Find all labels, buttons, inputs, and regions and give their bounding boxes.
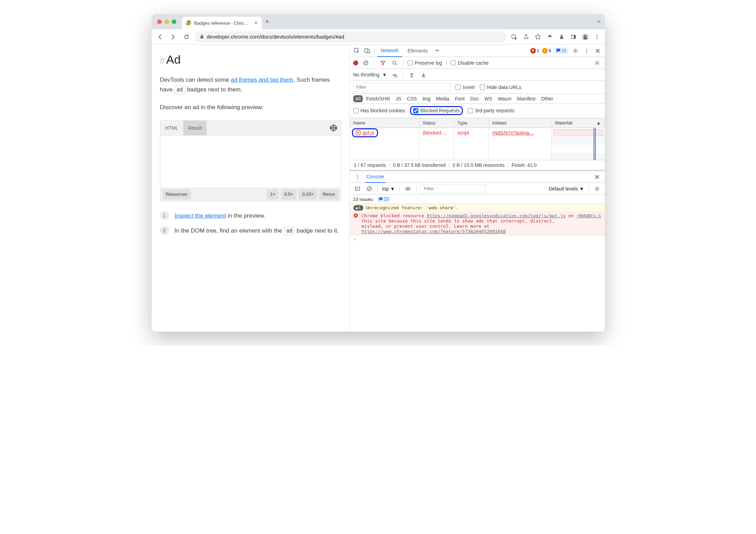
network-conditions-icon[interactable]	[391, 71, 399, 79]
codepen-05x[interactable]: 0.5×	[281, 189, 297, 200]
network-settings-icon[interactable]	[593, 59, 601, 67]
address-bar[interactable]: developer.chrome.com/docs/devtools/eleme…	[195, 31, 507, 42]
blocked-url-link[interactable]: https://pagead2.googlesyndication.com/ta…	[427, 213, 565, 218]
codepen-025x[interactable]: 0.25×	[299, 189, 317, 200]
type-doc[interactable]: Doc	[468, 95, 481, 102]
network-filter-input[interactable]	[353, 83, 451, 91]
request-row[interactable]: gpt.js	[350, 128, 419, 138]
window-close[interactable]	[157, 19, 162, 24]
invert-checkbox[interactable]: Invert	[456, 84, 475, 90]
kebab-icon[interactable]	[582, 47, 591, 55]
back-button[interactable]	[155, 32, 165, 42]
type-wasm[interactable]: Wasm	[496, 95, 514, 102]
type-media[interactable]: Media	[434, 95, 451, 102]
share-icon[interactable]	[522, 33, 530, 41]
inspect-icon[interactable]	[353, 47, 361, 55]
svg-point-22	[396, 76, 397, 77]
codepen-rerun[interactable]: Rerun	[319, 189, 338, 200]
disable-cache-checkbox[interactable]: Disable cache	[451, 60, 489, 66]
col-status[interactable]: Status	[419, 118, 454, 128]
context-selector[interactable]: top ▼	[382, 186, 395, 192]
browser-tab[interactable]: Badges reference - Chrome De ×	[182, 17, 262, 29]
download-har-icon[interactable]	[419, 71, 428, 79]
type-font[interactable]: Font	[453, 95, 467, 102]
close-icon[interactable]: ×	[254, 20, 257, 26]
tabs-chevron-icon[interactable]	[596, 19, 601, 24]
window-zoom[interactable]	[172, 19, 176, 24]
col-initiator[interactable]: Initiator	[489, 118, 552, 128]
svg-point-15	[574, 50, 576, 51]
messages-badge[interactable]: 23	[554, 48, 568, 54]
tab-network[interactable]: Network	[377, 44, 402, 57]
errors-badge[interactable]: ✕1	[530, 48, 539, 54]
menu-icon[interactable]	[593, 33, 601, 41]
request-status: (blocked…	[419, 128, 454, 138]
live-expression-icon[interactable]	[404, 185, 412, 193]
third-party-checkbox[interactable]: 3rd-party requests	[468, 108, 515, 113]
col-type[interactable]: Type	[454, 118, 489, 128]
type-css[interactable]: CSS	[405, 95, 419, 102]
console-error[interactable]: Chrome blocked resource https://pagead2.…	[350, 212, 605, 235]
console-filter-input[interactable]	[421, 185, 485, 193]
window-minimize[interactable]	[164, 19, 169, 24]
type-img[interactable]: Img	[420, 95, 433, 102]
type-other[interactable]: Other	[539, 95, 555, 102]
close-drawer-icon[interactable]	[593, 173, 601, 181]
type-ws[interactable]: WS	[482, 95, 494, 102]
learn-more-link[interactable]: https://www.chromestatus.com/feature/573…	[362, 229, 506, 234]
console-warning[interactable]: ▶ 5 Unrecognized feature: 'web-share'.	[350, 204, 605, 212]
console-clear-icon[interactable]	[365, 185, 373, 193]
clear-icon[interactable]	[362, 59, 370, 67]
record-button[interactable]	[353, 60, 358, 65]
search-icon[interactable]	[391, 59, 399, 67]
request-initiator[interactable]: rNdGNYx?anima…	[489, 128, 551, 138]
device-icon[interactable]	[363, 47, 371, 55]
sidepanel-icon[interactable]	[569, 33, 578, 41]
console-sidebar-icon[interactable]	[353, 185, 362, 193]
codepen-1x[interactable]: 1×	[267, 189, 279, 200]
labs-icon[interactable]	[557, 33, 566, 41]
console-prompt[interactable]: ›	[350, 235, 605, 243]
col-waterfall[interactable]: Waterfall▲	[552, 118, 605, 128]
filter-icon[interactable]	[379, 59, 387, 67]
profile-icon[interactable]	[581, 33, 589, 41]
inspect-element-link[interactable]: Inspect the element	[175, 212, 226, 219]
console-settings-icon[interactable]	[593, 185, 601, 193]
ad-frames-link[interactable]: ad frames and tag them	[231, 76, 293, 83]
forward-button[interactable]	[168, 32, 178, 42]
hide-data-urls-checkbox[interactable]: Hide data URLs	[480, 84, 522, 90]
type-all[interactable]: All	[353, 95, 363, 102]
type-fetchxhr[interactable]: Fetch/XHR	[364, 95, 392, 102]
codepen-tab-html[interactable]: HTML	[160, 121, 183, 135]
reload-button[interactable]	[182, 32, 191, 42]
col-name[interactable]: Name	[350, 118, 419, 128]
type-manifest[interactable]: Manifest	[515, 95, 538, 102]
new-tab-button[interactable]: +	[265, 18, 270, 26]
console-kebab-icon[interactable]	[353, 173, 362, 181]
preserve-log-checkbox[interactable]: Preserve log	[408, 60, 442, 66]
blocked-cookies-checkbox[interactable]: Has blocked cookies	[353, 108, 405, 113]
error-source-link[interactable]: rNdGNYx:1	[577, 213, 601, 234]
blocked-requests-checkbox[interactable]: Blocked Requests	[413, 108, 460, 113]
settings-icon[interactable]	[571, 47, 580, 55]
tab-console[interactable]: Console	[365, 171, 386, 183]
issues-count-badge[interactable]: 23	[377, 196, 391, 202]
tab-title: Badges reference - Chrome De	[194, 21, 252, 26]
close-devtools-icon[interactable]	[594, 47, 602, 55]
warnings-badge[interactable]: !6	[542, 48, 551, 54]
codepen-embed: HTML Result Resources 1× 0.5× 0.25× Reru…	[160, 120, 341, 201]
issues-label: 23 Issues:	[353, 197, 374, 202]
codepen-logo-icon[interactable]	[330, 124, 337, 132]
tab-elements[interactable]: Elements	[404, 44, 431, 57]
extensions-icon[interactable]	[546, 33, 554, 41]
codepen-resources[interactable]: Resources	[162, 189, 191, 200]
throttling-dropdown[interactable]: No throttling ▼	[353, 72, 387, 78]
translate-icon[interactable]	[510, 33, 518, 41]
log-levels-dropdown[interactable]: Default levels ▼	[549, 186, 584, 192]
upload-har-icon[interactable]	[408, 71, 416, 79]
type-js[interactable]: JS	[394, 95, 403, 102]
blocked-requests-highlight: Blocked Requests	[410, 106, 463, 115]
codepen-tab-result[interactable]: Result	[183, 121, 207, 135]
bookmark-icon[interactable]	[534, 33, 542, 41]
more-tabs-icon[interactable]	[433, 47, 442, 55]
